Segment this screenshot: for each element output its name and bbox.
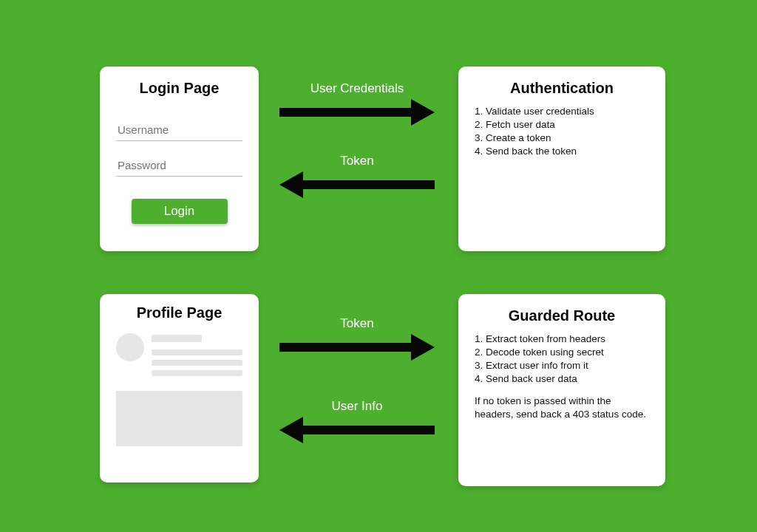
guard-step: 3. Extract user info from it: [475, 360, 649, 371]
placeholder-line: [152, 349, 242, 355]
arrow-left-icon: [279, 417, 435, 443]
svg-marker-1: [411, 99, 435, 126]
arrow-user-credentials: User Credentials: [279, 81, 435, 126]
arrow-right-icon: [279, 99, 435, 126]
auth-step: 2. Fetch user data: [475, 119, 649, 130]
login-page-card: Login Page Login: [100, 66, 259, 251]
arrow-token-back: Token: [279, 154, 435, 198]
text-lines-placeholder: [152, 333, 242, 376]
authentication-card: Authentication 1. Validate user credenti…: [458, 66, 665, 251]
username-field[interactable]: [116, 119, 242, 141]
authentication-steps: 1. Validate user credentials 2. Fetch us…: [475, 106, 649, 157]
arrow-left-icon: [279, 171, 435, 198]
guard-step: 2. Decode token using secret: [475, 347, 649, 358]
guard-step: 4. Send back user data: [475, 373, 649, 384]
svg-rect-0: [279, 108, 414, 117]
svg-marker-5: [411, 334, 435, 361]
arrow-label: Token: [279, 154, 435, 168]
arrow-label: Token: [279, 316, 435, 331]
avatar-placeholder: [116, 333, 144, 361]
svg-marker-7: [279, 417, 303, 443]
content-placeholder-block: [116, 391, 242, 446]
login-button[interactable]: Login: [132, 199, 228, 224]
svg-rect-6: [300, 426, 435, 434]
password-field[interactable]: [116, 154, 242, 177]
placeholder-line: [152, 370, 242, 376]
profile-page-card: Profile Page: [100, 294, 259, 482]
placeholder-line: [152, 360, 242, 366]
placeholder-line: [152, 335, 202, 342]
arrow-right-icon: [279, 334, 435, 361]
profile-page-title: Profile Page: [116, 304, 242, 321]
authentication-title: Authentication: [475, 80, 649, 97]
arrow-user-info: User Info: [279, 399, 435, 443]
guarded-route-note: If no token is passed within the headers…: [475, 395, 649, 421]
svg-rect-4: [279, 343, 414, 352]
guard-step: 1. Extract token from headers: [475, 333, 649, 344]
arrow-token-forward: Token: [279, 316, 435, 361]
profile-skeleton-row: [116, 333, 242, 376]
guarded-route-steps: 1. Extract token from headers 2. Decode …: [475, 333, 649, 384]
svg-rect-2: [300, 180, 435, 189]
auth-step: 4. Send back the token: [475, 146, 649, 157]
arrow-label: User Info: [279, 399, 435, 414]
auth-step: 3. Create a token: [475, 132, 649, 143]
auth-step: 1. Validate user credentials: [475, 106, 649, 117]
svg-marker-3: [279, 171, 303, 198]
arrow-label: User Credentials: [279, 81, 435, 96]
guarded-route-card: Guarded Route 1. Extract token from head…: [458, 294, 665, 486]
login-page-title: Login Page: [116, 80, 242, 97]
guarded-route-title: Guarded Route: [475, 307, 649, 324]
